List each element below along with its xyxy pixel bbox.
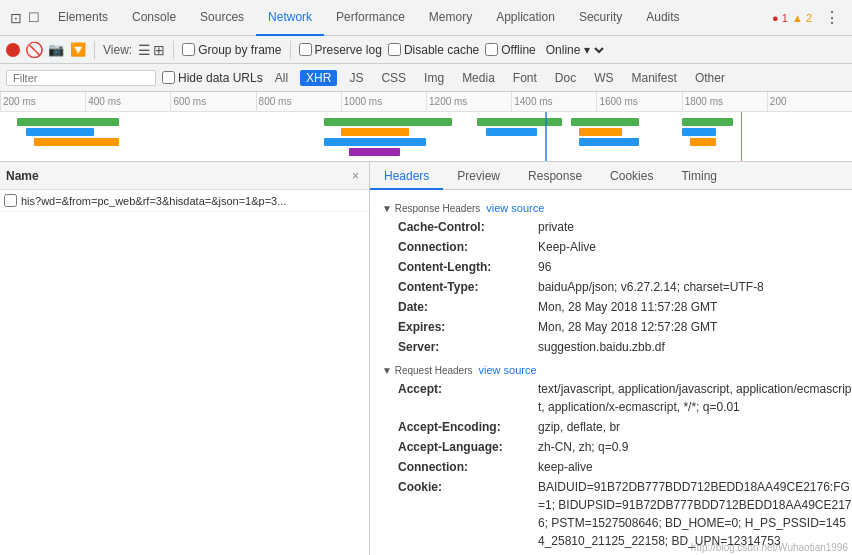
mark-1400: 1400 ms: [511, 92, 596, 111]
group-by-frame-input[interactable]: [182, 43, 195, 56]
waterfall-bar-7: [349, 148, 400, 156]
filter-all-button[interactable]: All: [269, 70, 294, 86]
disable-cache-input[interactable]: [388, 43, 401, 56]
response-headers-section-header: ▼ Response Headers view source: [382, 202, 852, 214]
tree-view-icon[interactable]: ⊞: [153, 42, 165, 58]
req-accept-language-name: Accept-Language:: [398, 438, 538, 456]
header-content-type-name: Content-Type:: [398, 278, 538, 296]
tab-audits[interactable]: Audits: [634, 0, 691, 36]
header-content-length-value: 96: [538, 258, 852, 276]
mark-800: 800 ms: [256, 92, 341, 111]
req-header-cookie: Cookie: BAIDUID=91B72DB777BDD712BEDD18AA…: [382, 478, 852, 550]
tab-sources[interactable]: Sources: [188, 0, 256, 36]
filter-doc-button[interactable]: Doc: [549, 70, 582, 86]
req-connection-value: keep-alive: [538, 458, 852, 476]
list-view-icon[interactable]: ☰: [138, 42, 151, 58]
capture-screenshot-button[interactable]: 📷: [48, 42, 64, 58]
header-connection-name: Connection:: [398, 238, 538, 256]
warn-count: ▲ 2: [792, 12, 812, 24]
req-cookie-name: Cookie:: [398, 478, 538, 550]
header-connection-value: Keep-Alive: [538, 238, 852, 256]
preserve-log-input[interactable]: [299, 43, 312, 56]
header-server-value: suggestion.baidu.zbb.df: [538, 338, 852, 356]
mark-1800: 1800 ms: [682, 92, 767, 111]
waterfall-bar-12: [579, 138, 639, 146]
filter-media-button[interactable]: Media: [456, 70, 501, 86]
tab-memory[interactable]: Memory: [417, 0, 484, 36]
filter-css-button[interactable]: CSS: [375, 70, 412, 86]
offline-input[interactable]: [485, 43, 498, 56]
mark-1200: 1200 ms: [426, 92, 511, 111]
req-header-connection: Connection: keep-alive: [382, 458, 852, 476]
group-by-frame-checkbox[interactable]: Group by frame: [182, 43, 281, 57]
header-connection: Connection: Keep-Alive: [382, 238, 852, 256]
tab-network[interactable]: Network: [256, 0, 324, 36]
timeline-marker-red: [741, 112, 742, 162]
timeline-ruler: 200 ms 400 ms 600 ms 800 ms 1000 ms 1200…: [0, 92, 852, 112]
tab-headers[interactable]: Headers: [370, 162, 443, 190]
tab-elements[interactable]: Elements: [46, 0, 120, 36]
headers-content: ▼ Response Headers view source Cache-Con…: [370, 190, 852, 555]
filter-img-button[interactable]: Img: [418, 70, 450, 86]
request-headers-view-source[interactable]: view source: [479, 364, 537, 376]
mark-600: 600 ms: [170, 92, 255, 111]
req-accept-encoding-value: gzip, deflate, br: [538, 418, 852, 436]
disable-cache-checkbox[interactable]: Disable cache: [388, 43, 479, 57]
tab-application[interactable]: Application: [484, 0, 567, 36]
header-cache-control-name: Cache-Control:: [398, 218, 538, 236]
offline-checkbox[interactable]: Offline: [485, 43, 535, 57]
more-options-button[interactable]: ⋮: [816, 8, 848, 27]
tab-security[interactable]: Security: [567, 0, 634, 36]
tab-cookies[interactable]: Cookies: [596, 162, 667, 190]
filter-icon[interactable]: 🔽: [70, 42, 86, 58]
waterfall-bar-2: [26, 128, 94, 136]
mark-2000: 200: [767, 92, 852, 111]
req-header-accept-language: Accept-Language: zh-CN, zh; q=0.9: [382, 438, 852, 456]
header-date: Date: Mon, 28 May 2018 11:57:28 GMT: [382, 298, 852, 316]
tab-console[interactable]: Console: [120, 0, 188, 36]
req-header-accept-encoding: Accept-Encoding: gzip, deflate, br: [382, 418, 852, 436]
request-headers-toggle[interactable]: ▼ Request Headers: [382, 365, 473, 376]
filter-input[interactable]: [6, 70, 156, 86]
response-headers-view-source[interactable]: view source: [486, 202, 544, 214]
filter-js-button[interactable]: JS: [343, 70, 369, 86]
request-checkbox[interactable]: [4, 194, 17, 207]
filter-manifest-button[interactable]: Manifest: [626, 70, 683, 86]
throttle-select[interactable]: Online ▾: [542, 42, 607, 58]
tab-timing[interactable]: Timing: [667, 162, 731, 190]
filter-ws-button[interactable]: WS: [588, 70, 619, 86]
error-count: ● 1: [772, 12, 788, 24]
header-content-length-name: Content-Length:: [398, 258, 538, 276]
mark-200: 200 ms: [0, 92, 85, 111]
network-toolbar: 🚫 📷 🔽 View: ☰ ⊞ Group by frame Preserve …: [0, 36, 852, 64]
hide-data-urls-input[interactable]: [162, 71, 175, 84]
header-date-value: Mon, 28 May 2018 11:57:28 GMT: [538, 298, 852, 316]
name-column-header: Name: [6, 169, 348, 183]
close-panel-button[interactable]: ×: [348, 169, 363, 183]
mobile-icon[interactable]: ☐: [28, 10, 40, 25]
tab-preview[interactable]: Preview: [443, 162, 514, 190]
devtools-icons: ⊡ ☐: [4, 10, 46, 26]
header-expires-name: Expires:: [398, 318, 538, 336]
filter-font-button[interactable]: Font: [507, 70, 543, 86]
filter-xhr-button[interactable]: XHR: [300, 70, 337, 86]
filter-other-button[interactable]: Other: [689, 70, 731, 86]
waterfall-bar-15: [690, 138, 716, 146]
tab-response[interactable]: Response: [514, 162, 596, 190]
inspect-icon[interactable]: ⊡: [10, 10, 22, 26]
header-expires-value: Mon, 28 May 2018 12:57:28 GMT: [538, 318, 852, 336]
clear-button[interactable]: 🚫: [26, 42, 42, 58]
record-button[interactable]: [6, 43, 20, 57]
req-cookie-value: BAIDUID=91B72DB777BDD712BEDD18AA49CE2176…: [538, 478, 852, 550]
req-accept-encoding-name: Accept-Encoding:: [398, 418, 538, 436]
tab-performance[interactable]: Performance: [324, 0, 417, 36]
request-url: his?wd=&from=pc_web&rf=3&hisdata=&json=1…: [21, 195, 286, 207]
preserve-log-label: Preserve log: [315, 43, 382, 57]
response-headers-toggle[interactable]: ▼ Response Headers: [382, 203, 480, 214]
header-server-name: Server:: [398, 338, 538, 356]
request-item[interactable]: his?wd=&from=pc_web&rf=3&hisdata=&json=1…: [0, 190, 369, 212]
preserve-log-checkbox[interactable]: Preserve log: [299, 43, 382, 57]
hide-data-urls-checkbox[interactable]: Hide data URLs: [162, 71, 263, 85]
view-selector[interactable]: ☰ ⊞: [138, 42, 165, 58]
requests-header: Name ×: [0, 162, 369, 190]
